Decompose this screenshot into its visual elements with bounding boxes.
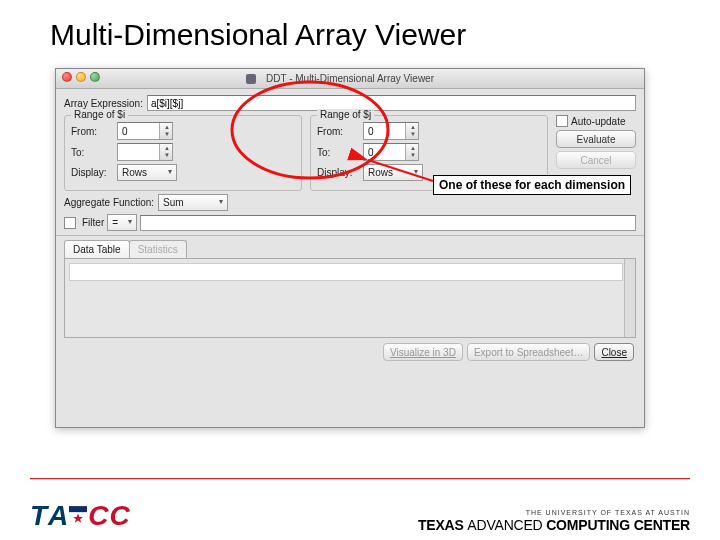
range-i-to-label: To: <box>71 147 113 158</box>
tacc-full-name: TEXAS ADVANCED COMPUTING CENTER <box>418 518 690 532</box>
window-body: Array Expression: Range of $i From: 0▲▼ … <box>56 89 644 427</box>
range-j-display-label: Display: <box>317 167 359 178</box>
range-j-legend: Range of $j <box>317 109 374 120</box>
expression-label: Array Expression: <box>64 98 143 109</box>
filter-label: Filter <box>82 217 104 228</box>
zoom-icon[interactable] <box>90 72 100 82</box>
vertical-scrollbar[interactable] <box>624 259 635 337</box>
tabs: Data Table Statistics <box>64 240 636 258</box>
tacc-full-logo: THE UNIVERSITY OF TEXAS AT AUSTIN TEXAS … <box>418 509 690 532</box>
window-controls <box>62 72 100 82</box>
tab-data-table[interactable]: Data Table <box>64 240 130 258</box>
range-i-display-label: Display: <box>71 167 113 178</box>
range-j-from-label: From: <box>317 126 359 137</box>
auto-update-label: Auto-update <box>571 116 626 127</box>
range-i-legend: Range of $i <box>71 109 128 120</box>
range-i-from-spin[interactable]: 0▲▼ <box>117 122 173 140</box>
range-j-from-spin[interactable]: 0▲▼ <box>363 122 419 140</box>
close-icon[interactable] <box>62 72 72 82</box>
aggregate-label: Aggregate Function: <box>64 197 154 208</box>
minimize-icon[interactable] <box>76 72 86 82</box>
expression-input[interactable] <box>147 95 636 111</box>
range-i-to-spin[interactable]: ▲▼ <box>117 143 173 161</box>
filter-op-combo[interactable]: = <box>107 214 137 231</box>
range-i-group: Range of $i From: 0▲▼ To: ▲▼ Display: Ro… <box>64 115 302 191</box>
range-j-display-combo[interactable]: Rows <box>363 164 423 181</box>
aggregate-combo[interactable]: Sum <box>158 194 228 211</box>
evaluate-button[interactable]: Evaluate <box>556 130 636 148</box>
data-table-area <box>64 258 636 338</box>
tacc-logo: TA CC <box>30 500 130 532</box>
window-title: DDT - Multi-Dimensional Array Viewer <box>266 73 434 84</box>
cancel-button[interactable]: Cancel <box>556 151 636 169</box>
footer-rule <box>30 478 690 479</box>
auto-update-checkbox[interactable] <box>556 115 568 127</box>
footer: TA CC THE UNIVERSITY OF TEXAS AT AUSTIN … <box>0 478 720 532</box>
export-button[interactable]: Export to Spreadsheet… <box>467 343 591 361</box>
svg-rect-0 <box>69 506 87 512</box>
tab-statistics[interactable]: Statistics <box>129 240 187 258</box>
auto-update-row: Auto-update <box>556 115 636 127</box>
callout-label: One of these for each dimension <box>433 175 631 195</box>
data-table[interactable] <box>69 263 623 281</box>
visualize-3d-button[interactable]: Visualize in 3D <box>383 343 463 361</box>
separator <box>56 235 644 236</box>
range-j-to-spin[interactable]: 0▲▼ <box>363 143 419 161</box>
bottom-buttons: Visualize in 3D Export to Spreadsheet… C… <box>64 343 634 361</box>
close-button[interactable]: Close <box>594 343 634 361</box>
university-name: THE UNIVERSITY OF TEXAS AT AUSTIN <box>418 509 690 516</box>
filter-checkbox[interactable] <box>64 217 76 229</box>
range-j-to-label: To: <box>317 147 359 158</box>
aggregate-row: Aggregate Function: Sum <box>64 194 636 211</box>
window-titlebar: DDT - Multi-Dimensional Array Viewer <box>56 69 644 89</box>
filter-row: Filter = <box>64 214 636 231</box>
filter-input[interactable] <box>140 215 636 231</box>
range-i-from-label: From: <box>71 126 113 137</box>
range-i-display-combo[interactable]: Rows <box>117 164 177 181</box>
app-icon <box>246 74 256 84</box>
star-icon <box>69 505 87 527</box>
slide-title: Multi-Dimensional Array Viewer <box>0 0 720 58</box>
viewer-window: DDT - Multi-Dimensional Array Viewer Arr… <box>55 68 645 428</box>
